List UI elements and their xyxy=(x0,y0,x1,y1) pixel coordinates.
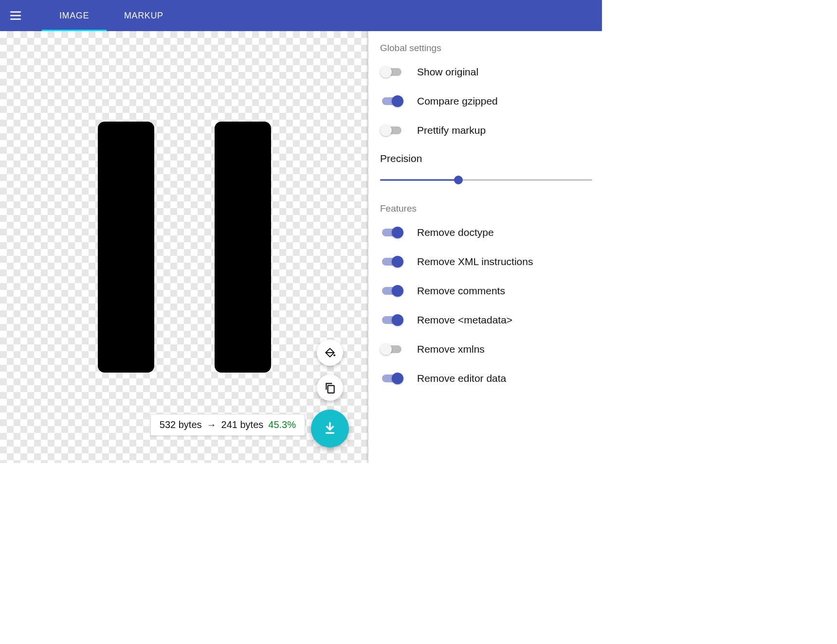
toggle-compare-gzipped[interactable] xyxy=(380,94,403,108)
size-after: 241 bytes xyxy=(221,419,264,430)
settings-panel[interactable]: Global settings Show original Compare gz… xyxy=(368,31,602,463)
label-remove-xml-instr: Remove XML instructions xyxy=(417,256,533,268)
download-icon xyxy=(323,421,337,436)
menu-button[interactable] xyxy=(4,4,27,27)
copy-button[interactable] xyxy=(317,375,343,401)
precision-label: Precision xyxy=(380,153,592,164)
label-remove-editor: Remove editor data xyxy=(417,373,506,384)
svg-rect-1 xyxy=(10,15,21,17)
feature-remove-comments: Remove comments xyxy=(380,284,592,298)
toggle-show-original[interactable] xyxy=(380,65,403,79)
toggle-remove-xml-instr[interactable] xyxy=(380,255,403,268)
svg-preview xyxy=(97,121,272,374)
global-settings-title: Global settings xyxy=(380,43,592,54)
label-remove-comments: Remove comments xyxy=(417,285,505,297)
svg-rect-2 xyxy=(10,18,21,20)
main-area: 532 bytes → 241 bytes 45.3% xyxy=(0,31,602,463)
label-prettify: Prettify markup xyxy=(417,125,486,136)
svg-rect-7 xyxy=(326,432,334,434)
preview-canvas[interactable]: 532 bytes → 241 bytes 45.3% xyxy=(0,31,368,463)
setting-show-original: Show original xyxy=(380,65,592,79)
tab-image[interactable]: IMAGE xyxy=(42,0,107,31)
label-remove-metadata: Remove <metadata> xyxy=(417,314,512,326)
fab-column xyxy=(311,340,349,447)
label-remove-doctype: Remove doctype xyxy=(417,227,494,238)
size-before: 532 bytes xyxy=(160,419,202,430)
precision-slider[interactable] xyxy=(380,174,592,186)
app-header: IMAGE MARKUP xyxy=(0,0,602,31)
setting-compare-gzipped: Compare gzipped xyxy=(380,94,592,108)
precision-knob[interactable] xyxy=(454,176,463,184)
setting-prettify: Prettify markup xyxy=(380,124,592,137)
toggle-remove-comments[interactable] xyxy=(380,284,403,298)
svg-rect-0 xyxy=(10,11,21,13)
precision-block: Precision xyxy=(380,153,592,186)
label-compare-gzipped: Compare gzipped xyxy=(417,95,498,107)
feature-remove-doctype: Remove doctype xyxy=(380,226,592,239)
svg-rect-3 xyxy=(98,122,154,373)
svg-rect-6 xyxy=(328,386,334,393)
size-pct: 45.3% xyxy=(268,419,296,430)
features-title: Features xyxy=(380,203,592,214)
feature-remove-metadata: Remove <metadata> xyxy=(380,313,592,327)
toggle-remove-metadata[interactable] xyxy=(380,313,403,327)
svg-rect-4 xyxy=(215,122,271,373)
size-indicator: 532 bytes → 241 bytes 45.3% xyxy=(150,414,305,436)
svg-point-5 xyxy=(333,354,335,356)
label-show-original: Show original xyxy=(417,66,478,78)
toggle-remove-editor[interactable] xyxy=(380,372,403,385)
tab-markup[interactable]: MARKUP xyxy=(107,0,181,31)
label-remove-xmlns: Remove xmlns xyxy=(417,343,485,355)
paint-bucket-icon xyxy=(324,346,336,359)
arrow-icon: → xyxy=(207,419,217,430)
toggle-prettify[interactable] xyxy=(380,124,403,137)
background-button[interactable] xyxy=(317,340,343,366)
feature-remove-xmlns: Remove xmlns xyxy=(380,342,592,356)
precision-fill xyxy=(380,179,458,181)
download-button[interactable] xyxy=(311,410,349,447)
copy-icon xyxy=(324,381,336,394)
toggle-remove-doctype[interactable] xyxy=(380,226,403,239)
view-tabs: IMAGE MARKUP xyxy=(42,0,181,31)
menu-icon xyxy=(9,9,22,22)
feature-remove-editor: Remove editor data xyxy=(380,372,592,385)
feature-remove-xml-instr: Remove XML instructions xyxy=(380,255,592,268)
toggle-remove-xmlns[interactable] xyxy=(380,342,403,356)
